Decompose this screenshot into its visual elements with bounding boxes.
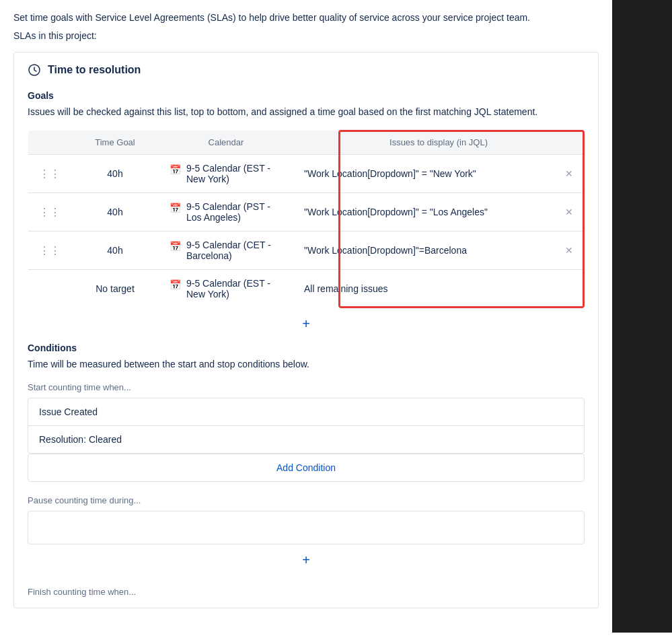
goals-table: Time Goal Calendar Issues to display (in… xyxy=(28,130,585,308)
drag-handle[interactable]: ⋮⋮ xyxy=(28,231,72,270)
calendar-cell: 📅 9-5 Calendar (EST - New York) xyxy=(159,155,293,193)
calendar-cell: 📅 9-5 Calendar (CET - Barcelona) xyxy=(159,231,293,270)
drag-handle[interactable]: ⋮⋮ xyxy=(28,155,72,193)
time-goal-cell: 40h xyxy=(71,231,159,270)
jql-cell: All remaining issues xyxy=(293,270,585,308)
calendar-icon: 📅 xyxy=(170,203,181,213)
start-condition-2: Resolution: Cleared xyxy=(28,426,584,453)
jql-text: "Work Location[Dropdown]"=Barcelona xyxy=(304,245,467,256)
add-row-button[interactable]: + xyxy=(28,311,585,337)
add-pause-button[interactable]: + xyxy=(28,547,585,573)
jql-cell: "Work Location[Dropdown]"=Barcelona ✕ xyxy=(293,231,585,270)
goals-description: Issues will be checked against this list… xyxy=(28,105,585,119)
drag-handle xyxy=(28,270,72,308)
sla-label: SLAs in this project: xyxy=(13,30,599,41)
calendar-cell: 📅 9-5 Calendar (PST - Los Angeles) xyxy=(159,193,293,231)
calendar-text: 9-5 Calendar (PST - Los Angeles) xyxy=(186,201,283,223)
time-goal-cell: 40h xyxy=(71,193,159,231)
col-jql: Issues to display (in JQL) xyxy=(293,131,585,155)
calendar-text: 9-5 Calendar (EST - New York) xyxy=(186,163,283,184)
jql-cell: "Work Location[Dropdown]" = "Los Angeles… xyxy=(293,193,585,231)
conditions-title: Conditions xyxy=(28,343,585,353)
start-conditions-box: Issue Created Resolution: Cleared xyxy=(28,398,585,454)
close-btn[interactable]: ✕ xyxy=(565,245,573,256)
table-row: ⋮⋮40h 📅 9-5 Calendar (PST - Los Angeles)… xyxy=(28,193,585,231)
start-condition-1: Issue Created xyxy=(28,398,584,426)
table-row: ⋮⋮40h 📅 9-5 Calendar (EST - New York) "W… xyxy=(28,155,585,193)
time-goal-cell: No target xyxy=(71,270,159,308)
col-drag xyxy=(28,131,72,155)
finish-label: Finish counting time when... xyxy=(28,587,585,597)
col-time-goal: Time Goal xyxy=(71,131,159,155)
table-row: No target 📅 9-5 Calendar (EST - New York… xyxy=(28,270,585,308)
sla-card: Time to resolution Goals Issues will be … xyxy=(13,52,599,608)
table-row: ⋮⋮40h 📅 9-5 Calendar (CET - Barcelona) "… xyxy=(28,231,585,270)
jql-text: All remaining issues xyxy=(304,283,388,294)
intro-text: Set time goals with Service Level Agreem… xyxy=(13,11,599,25)
goals-section-title: Goals xyxy=(28,90,585,101)
calendar-icon: 📅 xyxy=(170,279,181,290)
drag-handle[interactable]: ⋮⋮ xyxy=(28,193,72,231)
clock-icon xyxy=(28,63,41,77)
close-btn[interactable]: ✕ xyxy=(565,168,573,179)
col-calendar: Calendar xyxy=(159,131,293,155)
sla-title-text: Time to resolution xyxy=(48,64,141,76)
conditions-description: Time will be measured between the start … xyxy=(28,357,585,371)
pause-conditions-box xyxy=(28,511,585,544)
pause-label: Pause counting time during... xyxy=(28,495,585,505)
sla-title: Time to resolution xyxy=(28,63,585,77)
time-goal-cell: 40h xyxy=(71,155,159,193)
calendar-text: 9-5 Calendar (EST - New York) xyxy=(186,278,283,299)
calendar-icon: 📅 xyxy=(170,241,181,252)
jql-cell: "Work Location[Dropdown]" = "New York" ✕ xyxy=(293,155,585,193)
right-panel xyxy=(612,0,672,633)
calendar-icon: 📅 xyxy=(170,164,181,175)
calendar-text: 9-5 Calendar (CET - Barcelona) xyxy=(186,240,283,261)
close-btn[interactable]: ✕ xyxy=(565,207,573,217)
calendar-cell: 📅 9-5 Calendar (EST - New York) xyxy=(159,270,293,308)
add-condition-button[interactable]: Add Condition xyxy=(28,454,585,482)
start-label: Start counting time when... xyxy=(28,382,585,392)
goals-table-wrapper: Time Goal Calendar Issues to display (in… xyxy=(28,130,585,308)
conditions-section: Conditions Time will be measured between… xyxy=(28,343,585,597)
jql-text: "Work Location[Dropdown]" = "New York" xyxy=(304,168,476,179)
jql-text: "Work Location[Dropdown]" = "Los Angeles… xyxy=(304,207,488,217)
